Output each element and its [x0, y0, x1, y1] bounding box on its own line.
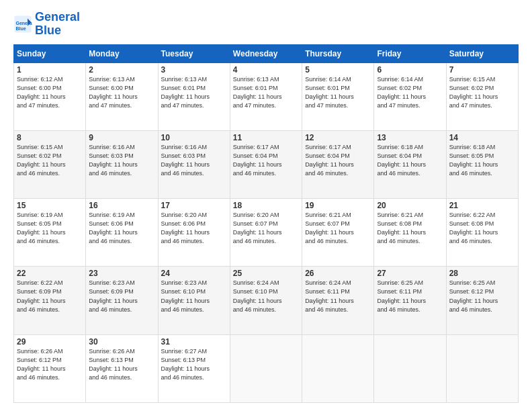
calendar-cell: 26Sunrise: 6:24 AM Sunset: 6:11 PM Dayli…: [302, 267, 374, 334]
day-number: 15: [17, 201, 83, 210]
calendar-cell: 6Sunrise: 6:14 AM Sunset: 6:02 PM Daylig…: [374, 62, 446, 130]
calendar-cell: 3Sunrise: 6:13 AM Sunset: 6:01 PM Daylig…: [158, 62, 230, 130]
day-info: Sunrise: 6:16 AM Sunset: 6:03 PM Dayligh…: [161, 143, 227, 178]
calendar-week: 15Sunrise: 6:19 AM Sunset: 6:05 PM Dayli…: [14, 199, 519, 267]
calendar-week: 29Sunrise: 6:26 AM Sunset: 6:12 PM Dayli…: [14, 334, 519, 402]
calendar-cell: 13Sunrise: 6:18 AM Sunset: 6:04 PM Dayli…: [374, 130, 446, 198]
day-info: Sunrise: 6:14 AM Sunset: 6:02 PM Dayligh…: [377, 75, 443, 110]
calendar-week: 22Sunrise: 6:22 AM Sunset: 6:09 PM Dayli…: [14, 267, 519, 334]
day-number: 30: [89, 337, 154, 347]
calendar-cell: 8Sunrise: 6:15 AM Sunset: 6:02 PM Daylig…: [14, 130, 86, 198]
day-info: Sunrise: 6:14 AM Sunset: 6:01 PM Dayligh…: [305, 75, 371, 110]
day-info: Sunrise: 6:23 AM Sunset: 6:09 PM Dayligh…: [89, 279, 154, 314]
day-number: 22: [17, 269, 83, 278]
day-number: 28: [449, 269, 515, 278]
day-info: Sunrise: 6:17 AM Sunset: 6:04 PM Dayligh…: [305, 143, 371, 178]
day-number: 16: [89, 201, 154, 210]
day-info: Sunrise: 6:18 AM Sunset: 6:05 PM Dayligh…: [449, 143, 515, 178]
day-number: 9: [89, 133, 154, 142]
day-info: Sunrise: 6:15 AM Sunset: 6:02 PM Dayligh…: [449, 75, 515, 110]
day-number: 12: [305, 133, 371, 142]
day-header: Wednesday: [230, 44, 302, 62]
day-number: 11: [233, 133, 299, 142]
day-info: Sunrise: 6:22 AM Sunset: 6:08 PM Dayligh…: [449, 211, 515, 246]
calendar-table: SundayMondayTuesdayWednesdayThursdayFrid…: [13, 44, 519, 403]
day-number: 4: [233, 65, 299, 75]
calendar-cell: 7Sunrise: 6:15 AM Sunset: 6:02 PM Daylig…: [446, 62, 518, 130]
calendar-cell: 27Sunrise: 6:25 AM Sunset: 6:11 PM Dayli…: [374, 267, 446, 334]
calendar-cell: 12Sunrise: 6:17 AM Sunset: 6:04 PM Dayli…: [302, 130, 374, 198]
calendar-cell: 9Sunrise: 6:16 AM Sunset: 6:03 PM Daylig…: [86, 130, 158, 198]
calendar-cell: 11Sunrise: 6:17 AM Sunset: 6:04 PM Dayli…: [230, 130, 302, 198]
day-number: 25: [233, 269, 299, 278]
calendar-cell: 20Sunrise: 6:21 AM Sunset: 6:08 PM Dayli…: [374, 199, 446, 267]
calendar-cell: [374, 334, 446, 402]
day-number: 23: [89, 269, 154, 278]
day-number: 8: [17, 133, 83, 142]
calendar-cell: 18Sunrise: 6:20 AM Sunset: 6:07 PM Dayli…: [230, 199, 302, 267]
day-number: 13: [377, 133, 443, 142]
day-number: 3: [161, 65, 227, 75]
calendar-cell: 21Sunrise: 6:22 AM Sunset: 6:08 PM Dayli…: [446, 199, 518, 267]
day-header: Friday: [374, 44, 446, 62]
calendar-cell: 2Sunrise: 6:13 AM Sunset: 6:00 PM Daylig…: [86, 62, 158, 130]
calendar-cell: 19Sunrise: 6:21 AM Sunset: 6:07 PM Dayli…: [302, 199, 374, 267]
day-info: Sunrise: 6:27 AM Sunset: 6:13 PM Dayligh…: [161, 347, 227, 382]
day-info: Sunrise: 6:16 AM Sunset: 6:03 PM Dayligh…: [89, 143, 154, 178]
day-number: 26: [305, 269, 371, 278]
day-info: Sunrise: 6:22 AM Sunset: 6:09 PM Dayligh…: [17, 279, 83, 314]
day-number: 18: [233, 201, 299, 210]
day-info: Sunrise: 6:20 AM Sunset: 6:06 PM Dayligh…: [161, 211, 227, 246]
calendar-cell: 10Sunrise: 6:16 AM Sunset: 6:03 PM Dayli…: [158, 130, 230, 198]
day-number: 17: [161, 201, 227, 210]
day-number: 7: [449, 65, 515, 75]
day-number: 14: [449, 133, 515, 142]
day-number: 2: [89, 65, 154, 75]
day-info: Sunrise: 6:13 AM Sunset: 6:01 PM Dayligh…: [161, 75, 227, 110]
day-info: Sunrise: 6:15 AM Sunset: 6:02 PM Dayligh…: [17, 143, 83, 178]
day-number: 19: [305, 201, 371, 210]
day-header: Sunday: [14, 44, 86, 62]
day-number: 1: [17, 65, 83, 75]
calendar-cell: 25Sunrise: 6:24 AM Sunset: 6:10 PM Dayli…: [230, 267, 302, 334]
svg-text:Blue: Blue: [16, 26, 26, 31]
calendar-cell: 14Sunrise: 6:18 AM Sunset: 6:05 PM Dayli…: [446, 130, 518, 198]
day-info: Sunrise: 6:18 AM Sunset: 6:04 PM Dayligh…: [377, 143, 443, 178]
day-header: Thursday: [302, 44, 374, 62]
calendar-cell: 16Sunrise: 6:19 AM Sunset: 6:06 PM Dayli…: [86, 199, 158, 267]
day-info: Sunrise: 6:19 AM Sunset: 6:05 PM Dayligh…: [17, 211, 83, 246]
day-info: Sunrise: 6:21 AM Sunset: 6:08 PM Dayligh…: [377, 211, 443, 246]
calendar-cell: 23Sunrise: 6:23 AM Sunset: 6:09 PM Dayli…: [86, 267, 158, 334]
day-number: 6: [377, 65, 443, 75]
day-info: Sunrise: 6:23 AM Sunset: 6:10 PM Dayligh…: [161, 279, 227, 314]
day-info: Sunrise: 6:13 AM Sunset: 6:01 PM Dayligh…: [233, 75, 299, 110]
calendar-cell: [302, 334, 374, 402]
logo-icon: General Blue: [13, 15, 32, 34]
calendar-cell: 17Sunrise: 6:20 AM Sunset: 6:06 PM Dayli…: [158, 199, 230, 267]
day-info: Sunrise: 6:25 AM Sunset: 6:12 PM Dayligh…: [449, 279, 515, 314]
page: General Blue GeneralBlue SundayMondayTue…: [0, 0, 532, 411]
calendar-week: 1Sunrise: 6:12 AM Sunset: 6:00 PM Daylig…: [14, 62, 519, 130]
day-header: Monday: [86, 44, 158, 62]
day-header: Tuesday: [158, 44, 230, 62]
calendar-cell: 15Sunrise: 6:19 AM Sunset: 6:05 PM Dayli…: [14, 199, 86, 267]
day-info: Sunrise: 6:26 AM Sunset: 6:12 PM Dayligh…: [17, 347, 83, 382]
day-number: 24: [161, 269, 227, 278]
day-info: Sunrise: 6:17 AM Sunset: 6:04 PM Dayligh…: [233, 143, 299, 178]
day-info: Sunrise: 6:21 AM Sunset: 6:07 PM Dayligh…: [305, 211, 371, 246]
day-number: 27: [377, 269, 443, 278]
calendar-cell: [446, 334, 518, 402]
day-number: 29: [17, 337, 83, 347]
calendar-cell: 30Sunrise: 6:26 AM Sunset: 6:13 PM Dayli…: [86, 334, 158, 402]
day-number: 21: [449, 201, 515, 210]
day-info: Sunrise: 6:12 AM Sunset: 6:00 PM Dayligh…: [17, 75, 83, 110]
day-info: Sunrise: 6:20 AM Sunset: 6:07 PM Dayligh…: [233, 211, 299, 246]
day-number: 20: [377, 201, 443, 210]
logo: General Blue GeneralBlue: [13, 11, 80, 38]
day-info: Sunrise: 6:19 AM Sunset: 6:06 PM Dayligh…: [89, 211, 154, 246]
calendar-cell: 22Sunrise: 6:22 AM Sunset: 6:09 PM Dayli…: [14, 267, 86, 334]
calendar-cell: [230, 334, 302, 402]
calendar-cell: 28Sunrise: 6:25 AM Sunset: 6:12 PM Dayli…: [446, 267, 518, 334]
day-info: Sunrise: 6:24 AM Sunset: 6:10 PM Dayligh…: [233, 279, 299, 314]
day-number: 10: [161, 133, 227, 142]
